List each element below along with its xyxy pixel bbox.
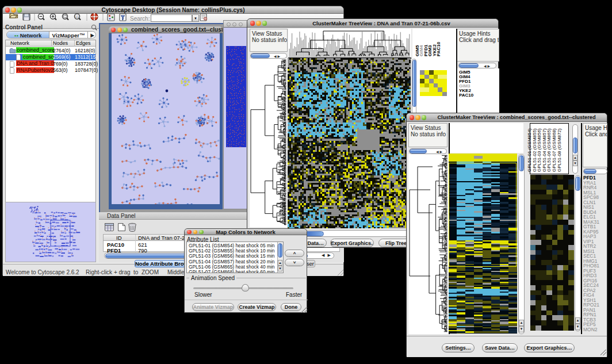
svg-text:1:1: 1:1 <box>75 16 79 18</box>
